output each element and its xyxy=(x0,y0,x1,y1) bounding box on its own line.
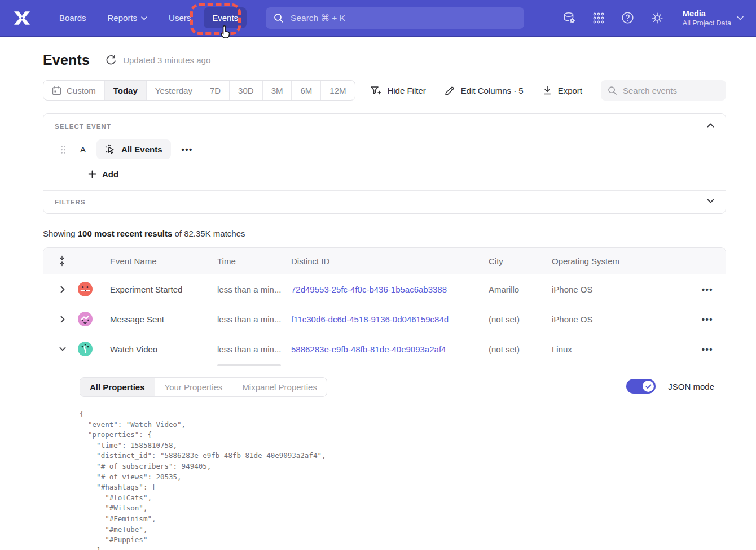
add-event-button[interactable]: Add xyxy=(88,169,118,179)
data-management-button[interactable] xyxy=(562,11,576,25)
event-avatar xyxy=(78,312,93,326)
hide-filter-label: Hide Filter xyxy=(387,86,425,95)
chevron-down-icon xyxy=(707,199,714,203)
row-more-options-button[interactable]: ••• xyxy=(702,285,713,294)
filters-label: FILTERS xyxy=(55,199,714,206)
nav-item-reports[interactable]: Reports xyxy=(99,7,156,28)
date-option-7d[interactable]: 7D xyxy=(201,81,230,100)
event-more-options-button[interactable]: ••• xyxy=(182,145,193,154)
date-option-6m[interactable]: 6M xyxy=(292,81,321,100)
controls-row: Custom Today Yesterday 7D 30D 3M 6M 12M … xyxy=(43,80,726,101)
json-mode-toggle[interactable] xyxy=(626,379,656,394)
nav-label: Reports xyxy=(108,13,138,23)
sort-updown-icon[interactable] xyxy=(59,255,65,267)
help-button[interactable] xyxy=(621,11,634,24)
column-header-city[interactable]: City xyxy=(489,256,552,266)
chevron-down-icon xyxy=(141,16,147,20)
row-more-options-button[interactable]: ••• xyxy=(702,344,713,354)
column-header-time[interactable]: Time xyxy=(217,256,291,266)
page-title: Events xyxy=(43,52,90,68)
time-cell: less than a min... xyxy=(217,285,291,294)
nav-label: Events xyxy=(212,13,238,23)
json-mode-control: JSON mode xyxy=(626,379,714,394)
database-gear-icon xyxy=(562,11,576,25)
collapse-section-button[interactable] xyxy=(705,121,717,130)
last-updated-text: Updated 3 minutes ago xyxy=(123,55,210,65)
export-label: Export xyxy=(558,86,582,95)
edit-columns-button[interactable]: Edit Columns · 5 xyxy=(445,85,524,96)
global-search-input[interactable] xyxy=(291,13,516,23)
tab-label: All Properties xyxy=(90,382,145,392)
nav-item-boards[interactable]: Boards xyxy=(51,7,95,28)
nav-item-users[interactable]: Users xyxy=(160,7,199,28)
date-option-label: Yesterday xyxy=(155,86,192,95)
add-event-label: Add xyxy=(102,169,118,179)
column-header-distinct-id[interactable]: Distinct ID xyxy=(291,256,489,266)
help-icon xyxy=(621,11,634,24)
date-option-12m[interactable]: 12M xyxy=(321,81,354,100)
tab-mixpanel-properties[interactable]: Mixpanel Properties xyxy=(232,378,327,396)
check-icon xyxy=(645,384,652,389)
distinct-id-link[interactable]: 5886283e-e9fb-48fb-81de-40e9093a2af4 xyxy=(291,344,489,354)
selected-event-name: All Events xyxy=(121,145,162,154)
date-option-label: Custom xyxy=(67,86,96,95)
row-more-options-button[interactable]: ••• xyxy=(702,315,713,324)
search-events-input[interactable] xyxy=(623,86,719,95)
properties-tabs: All Properties Your Properties Mixpanel … xyxy=(80,377,327,397)
global-search[interactable] xyxy=(266,7,524,29)
search-icon xyxy=(608,86,617,95)
json-mode-label: JSON mode xyxy=(668,382,714,391)
expand-filters-button[interactable] xyxy=(705,197,717,206)
distinct-id-link[interactable]: f11c30d6-dc6d-4518-9136-0d046159c84d xyxy=(291,315,489,324)
filter-icon xyxy=(370,85,381,96)
chevron-up-icon xyxy=(707,123,714,128)
date-option-3m[interactable]: 3M xyxy=(263,81,292,100)
project-switcher[interactable]: Media All Project Data xyxy=(683,8,744,28)
apps-grid-button[interactable] xyxy=(592,12,605,24)
hide-filter-button[interactable]: Hide Filter xyxy=(370,85,425,96)
edit-columns-label: Edit Columns · 5 xyxy=(461,86,524,95)
column-header-os[interactable]: Operating System xyxy=(552,256,689,266)
mixpanel-logo-icon[interactable] xyxy=(12,10,32,26)
nav-item-events[interactable]: Events xyxy=(204,7,247,28)
collapse-row-icon[interactable] xyxy=(59,347,66,351)
os-cell: iPhone OS xyxy=(552,285,689,294)
table-row[interactable]: Experiment Started less than a min... 72… xyxy=(43,274,726,304)
event-name-cell: Experiment Started xyxy=(110,285,217,294)
date-option-label: 12M xyxy=(329,86,346,95)
settings-button[interactable] xyxy=(650,11,664,25)
table-row-expanded[interactable]: Watch Video less than a min... 5886283e-… xyxy=(43,334,726,364)
city-cell: (not set) xyxy=(489,344,552,354)
event-name-cell: Watch Video xyxy=(110,344,217,354)
date-option-30d[interactable]: 30D xyxy=(230,81,263,100)
summary-count: 100 most recent results xyxy=(78,229,173,238)
table-row[interactable]: Message Sent less than a min... f11c30d6… xyxy=(43,304,726,334)
calendar-icon xyxy=(52,86,61,95)
expand-row-icon[interactable] xyxy=(59,316,66,323)
date-option-today[interactable]: Today xyxy=(105,81,147,100)
apps-grid-icon xyxy=(592,12,605,24)
drag-handle-icon[interactable] xyxy=(60,145,66,154)
city-cell: (not set) xyxy=(489,315,552,324)
event-selector-chip[interactable]: All Events xyxy=(96,139,171,159)
date-option-label: Today xyxy=(113,86,138,95)
refresh-button[interactable] xyxy=(106,55,116,66)
tab-all-properties[interactable]: All Properties xyxy=(80,378,155,396)
tab-your-properties[interactable]: Your Properties xyxy=(155,378,233,396)
city-cell: Amarillo xyxy=(489,285,552,294)
date-option-custom[interactable]: Custom xyxy=(43,81,105,100)
search-events-field[interactable] xyxy=(601,80,726,101)
event-row: A All Events ••• xyxy=(55,139,714,159)
event-detail-panel: All Properties Your Properties Mixpanel … xyxy=(43,364,726,550)
main-nav: Boards Reports Users Events xyxy=(51,7,247,28)
event-name-cell: Message Sent xyxy=(110,315,217,324)
column-header-event-name[interactable]: Event Name xyxy=(110,256,217,266)
date-option-yesterday[interactable]: Yesterday xyxy=(147,81,201,100)
distinct-id-link[interactable]: 72d49553-25fc-4f0c-b436-1b5ac6ab3388 xyxy=(291,285,489,294)
time-cell: less than a min... xyxy=(217,344,291,354)
project-name: Media xyxy=(683,8,731,19)
table-toolbar: Hide Filter Edit Columns · 5 Export xyxy=(370,80,726,101)
export-button[interactable]: Export xyxy=(542,85,582,96)
expand-row-icon[interactable] xyxy=(59,286,66,293)
event-letter: A xyxy=(80,145,86,154)
